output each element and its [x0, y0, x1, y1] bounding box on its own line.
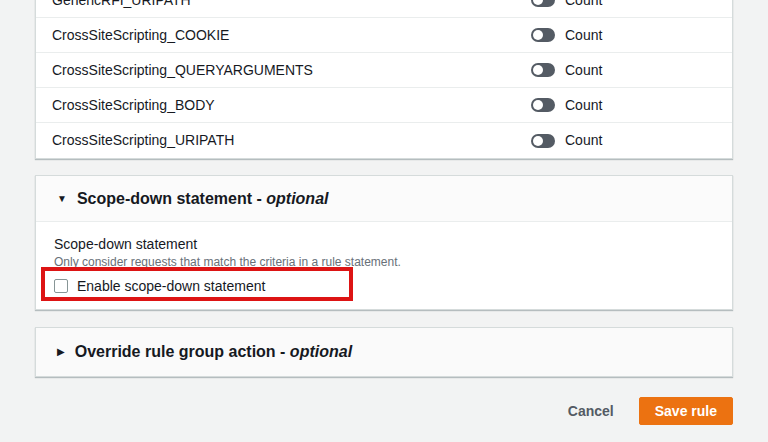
override-section: ▶ Override rule group action - optional — [35, 327, 733, 377]
rule-toggle[interactable] — [531, 134, 555, 148]
rule-action-label: Count — [565, 18, 602, 53]
rule-action-label: Count — [565, 88, 602, 123]
rule-row: CrossSiteScripting_COOKIE Count — [36, 18, 732, 53]
triangle-down-icon: ▼ — [57, 194, 67, 204]
rule-row: GenericRFI_URIPATH Count — [36, 0, 732, 18]
toggle-knob — [533, 30, 543, 40]
scope-down-optional-text: optional — [266, 190, 328, 207]
scope-down-field-description: Only consider requests that match the cr… — [54, 255, 714, 269]
rule-toggle[interactable] — [531, 63, 555, 77]
toggle-knob — [533, 65, 543, 75]
rule-name: CrossSiteScripting_BODY — [52, 88, 215, 123]
rule-toggle[interactable] — [531, 98, 555, 112]
save-rule-button[interactable]: Save rule — [639, 397, 733, 425]
form-actions: Cancel Save rule — [568, 397, 733, 425]
scope-down-section-header[interactable]: ▼ Scope-down statement - optional — [36, 176, 732, 222]
rule-name: CrossSiteScripting_QUERYARGUMENTS — [52, 53, 313, 88]
rule-action-label: Count — [565, 0, 602, 18]
scope-down-section: ▼ Scope-down statement - optional Scope-… — [35, 175, 733, 310]
rule-name: CrossSiteScripting_URIPATH — [52, 123, 234, 158]
toggle-knob — [533, 100, 543, 110]
rule-toggle[interactable] — [531, 28, 555, 42]
rule-action-label: Count — [565, 123, 602, 158]
triangle-right-icon: ▶ — [57, 347, 65, 357]
override-section-title: Override rule group action - optional — [75, 343, 352, 361]
rule-action-label: Count — [565, 53, 602, 88]
enable-scope-down-row: Enable scope-down statement — [54, 278, 714, 294]
rule-row: CrossSiteScripting_BODY Count — [36, 88, 732, 123]
override-section-header[interactable]: ▶ Override rule group action - optional — [57, 328, 352, 376]
override-title-text: Override rule group action - — [75, 343, 290, 360]
rule-row: CrossSiteScripting_URIPATH Count — [36, 123, 732, 158]
rule-toggle[interactable] — [531, 0, 555, 7]
enable-scope-down-label[interactable]: Enable scope-down statement — [77, 278, 265, 294]
cancel-button[interactable]: Cancel — [568, 397, 614, 425]
toggle-knob — [533, 0, 543, 5]
scope-down-section-body: Scope-down statement Only consider reque… — [36, 222, 732, 308]
toggle-knob — [533, 136, 543, 146]
scope-down-field-label: Scope-down statement — [54, 236, 714, 252]
rule-rows-container: GenericRFI_URIPATH Count CrossSiteScript… — [36, 0, 732, 158]
scope-down-section-title: Scope-down statement - optional — [77, 190, 329, 208]
rule-name: GenericRFI_URIPATH — [52, 0, 191, 18]
scope-down-title-text: Scope-down statement - — [77, 190, 266, 207]
rule-row: CrossSiteScripting_QUERYARGUMENTS Count — [36, 53, 732, 88]
enable-scope-down-checkbox[interactable] — [54, 279, 68, 293]
rule-name: CrossSiteScripting_COOKIE — [52, 18, 229, 53]
override-optional-text: optional — [290, 343, 352, 360]
rule-list-card: GenericRFI_URIPATH Count CrossSiteScript… — [35, 0, 733, 159]
